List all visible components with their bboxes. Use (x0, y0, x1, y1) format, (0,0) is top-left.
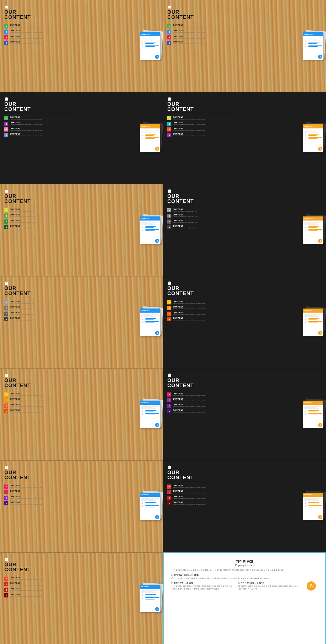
slide-title: OURCONTENT (4, 562, 86, 572)
item-label: CONTENT (173, 225, 197, 227)
item-desc: Lorem dolor sit amet, consectetur adipis… (173, 498, 205, 500)
item-number-box: 3 (167, 404, 171, 408)
list-item: 2 CONTENT Lorem dolor sit amet, adipisci… (4, 306, 86, 310)
item-number-box: 2 (167, 398, 171, 402)
slide-title: OURCONTENT (167, 9, 249, 20)
item-desc: Lorem dolor sit amet, consectetur adipis… (10, 32, 42, 34)
list-item: 1 CONTENT Lorem dolor sit amet, adipisci… (4, 208, 86, 212)
slide-6: 📋 OURCONTENT 1 CONTENT Lorem dolor sit a… (163, 184, 326, 276)
slide-content: 📋 OURCONTENT 1 CONTENT Lorem dolor sit a… (0, 276, 90, 368)
item-desc: Lorem dolor sit amet, adipiscing elit. (10, 314, 34, 316)
item-label: CONTENT (10, 214, 34, 216)
item-list: 1 CONTENT Lorem dolor sit amet, consecte… (4, 24, 86, 45)
list-item: 3 CONTENT Lorem dolor sit amet, consecte… (4, 127, 86, 131)
slide-12: 📋 OURCONTENT 1 CONTENT Lorem dolor sit a… (163, 460, 326, 552)
item-label: CONTENT (173, 133, 205, 135)
item-desc: Lorem dolor sit amet, consectetur adipis… (173, 135, 205, 137)
item-label: CONTENT (173, 41, 205, 43)
item-desc: Lorem dolor sit amet, consectetur adipis… (173, 124, 205, 126)
item-label: CONTENT (173, 409, 205, 411)
item-list: 1 CONTENT Lorem dolor sit amet, consecte… (4, 116, 86, 137)
item-number-box: 3 (167, 219, 171, 224)
item-number-box: 3 (167, 496, 171, 500)
item-label: CONTENT (173, 501, 205, 503)
item-desc: Lorem dolor sit amet, consectetur adipis… (10, 394, 42, 397)
item-label: CONTENT (10, 225, 34, 227)
list-item: 1 CONTENT Lorem dolor sit amet, adipisci… (167, 208, 249, 212)
item-label: CONTENT (10, 311, 34, 314)
item-number-box: 1 (4, 116, 8, 120)
item-desc: Lorem dolor sit amet, consectetur adipis… (173, 26, 205, 28)
item-label: CONTENT (173, 392, 205, 394)
slide-title: OURCONTENT (167, 378, 249, 388)
item-number-box: 2 (4, 306, 8, 310)
list-item: 1 CONTENT Lorem dolor sit amet, consecte… (4, 24, 86, 28)
slide-4: 📋 OURCONTENT 1 CONTENT Lorem dolor sit a… (163, 92, 326, 184)
item-number-box: 4 (167, 41, 171, 45)
slide-icon: 📋 (167, 373, 249, 377)
item-number-box: 4 (4, 133, 8, 137)
item-label: CONTENT (10, 490, 42, 492)
item-desc: Lorem dolor sit amet, consectetur adipis… (173, 319, 205, 321)
item-number-box: 2 (4, 30, 8, 34)
slide-icon: 📋 (167, 465, 249, 469)
item-list: 1 CONTENT Lorem dolor sit amet, consecte… (167, 392, 249, 413)
title-divider (4, 21, 73, 21)
item-label: CONTENT (10, 484, 42, 487)
item-number-box: 4 (167, 225, 171, 229)
item-desc: Lorem dolor sit amet, consectetur adipis… (173, 492, 205, 494)
item-number-box: 2 (167, 490, 171, 494)
list-item: 3 CONTENT Lorem dolor sit amet, consecte… (4, 495, 86, 500)
title-divider (4, 205, 73, 205)
slide-content: 📋 OURCONTENT 1 CONTENT Lorem dolor sit a… (163, 0, 253, 92)
list-item: 3 CONTENT Lorem dolor sit amet, consecte… (167, 403, 249, 408)
item-number-box: 2 (4, 398, 8, 402)
item-desc: Lorem dolor sit amet, consectetur adipis… (10, 498, 42, 500)
list-item: 4 CONTENT Lorem dolor sit amet, adipisci… (167, 225, 249, 229)
list-item: 2 CONTENT Lorem dolor sit amet, adipisci… (167, 214, 249, 218)
slide-title: OURCONTENT (167, 470, 249, 480)
item-number-box: 1 (167, 300, 171, 304)
slide-preview: SAMANTHA ITEM ITEM (85, 553, 163, 644)
list-item: 1 CONTENT Lorem dolor sit amet, consecte… (167, 392, 249, 397)
slide-preview: SAMANTHA ITEM ITEM (85, 92, 163, 184)
item-desc: Lorem dolor sit amet, consectetur adipis… (10, 590, 42, 592)
item-desc: Lorem dolor sit amet, adipiscing elit. (173, 222, 197, 224)
item-number-box: 1 (167, 392, 171, 397)
item-desc: Lorem dolor sit amet, consectetur adipis… (10, 595, 42, 597)
item-number-box: 2 (167, 306, 171, 310)
item-desc: Lorem dolor sit amet, consectetur adipis… (173, 400, 205, 402)
item-desc: Lorem dolor sit amet, consectetur adipis… (10, 487, 42, 489)
item-label: CONTENT (10, 41, 42, 43)
slide-content: 📋 OURCONTENT 1 CONTENT Lorem dolor sit a… (0, 0, 90, 92)
slide-content: 📋 OURCONTENT 1 CONTENT Lorem dolor sit a… (0, 461, 90, 552)
list-item: 4 CONTENT Lorem dolor sit amet, consecte… (4, 501, 86, 505)
item-list: 1 CONTENT Lorem dolor sit amet, consecte… (4, 484, 86, 505)
slide-icon: 📋 (167, 281, 249, 285)
item-number-box: 1 (4, 24, 8, 28)
item-label: CONTENT (173, 495, 205, 498)
item-desc: Lorem dolor sit amet, consectetur adipis… (10, 118, 42, 120)
title-divider (167, 205, 236, 205)
item-number-box: 3 (4, 35, 8, 39)
list-item: 3 CONTENT Lorem dolor sit amet, adipisci… (4, 311, 86, 316)
item-number-box: 4 (167, 409, 171, 413)
item-label: CONTENT (173, 116, 205, 118)
slide-preview: SAMANTHA ITEM ITEM (248, 184, 326, 276)
list-item: 4 CONTENT Lorem dolor sit amet, consecte… (167, 409, 249, 413)
item-number-box: 3 (4, 588, 8, 592)
item-number-box: 1 (167, 485, 171, 489)
slide-title: OURCONTENT (4, 286, 86, 296)
item-desc: Lorem dolor sit amet, adipiscing elit. (10, 216, 34, 218)
list-item: 3 CONTENT Lorem dolor sit amet, adipisci… (4, 219, 86, 224)
item-desc: Lorem dolor sit amet, consectetur adipis… (173, 394, 205, 397)
copyright-subtitle: Copyright Notice (171, 564, 318, 567)
item-desc: Lorem dolor sit amet, consectetur adipis… (10, 400, 42, 402)
title-divider (4, 297, 73, 297)
item-desc: Lorem dolor sit amet, consectetur adipis… (10, 411, 42, 413)
slide-content: 📋 OURCONTENT 1 CONTENT Lorem dolor sit a… (163, 184, 253, 276)
list-item: 1 CONTENT Lorem dolor sit amet, consecte… (167, 484, 249, 489)
list-item: 4 CONTENT Lorem dolor sit amet, adipisci… (4, 317, 86, 321)
slide-1: 📋 OURCONTENT 1 CONTENT Lorem dolor sit a… (0, 0, 163, 92)
item-desc: Lorem dolor sit amet, adipiscing elit. (10, 302, 34, 304)
